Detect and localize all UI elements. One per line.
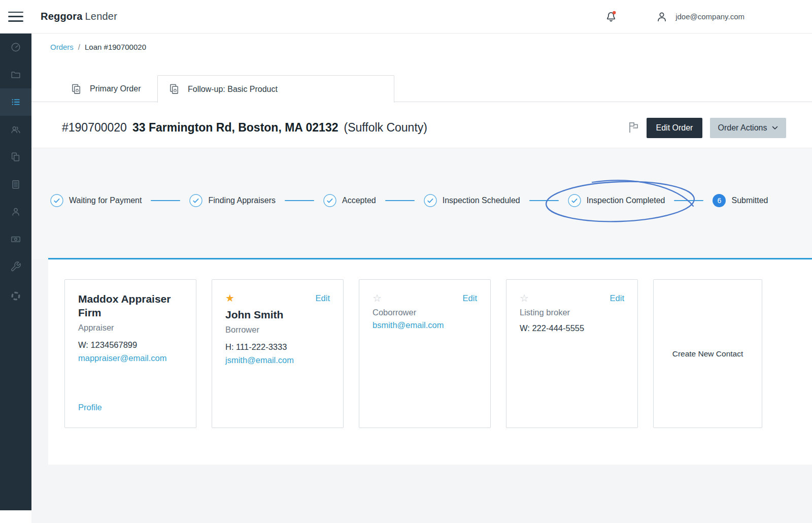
sidebar-item-settings[interactable] xyxy=(0,253,31,280)
contact-role: Borrower xyxy=(225,325,330,335)
sidebar-footer xyxy=(0,510,31,523)
step-number-badge: 6 xyxy=(713,194,726,207)
sidebar-item-dashboard[interactable] xyxy=(0,34,31,61)
contact-email-link[interactable]: mappraiser@email.com xyxy=(78,353,183,363)
contact-phone: W: 1234567899 xyxy=(78,340,183,350)
notifications-button[interactable] xyxy=(604,10,618,23)
contact-role: Listing broker xyxy=(520,308,624,317)
wrench-icon xyxy=(10,261,21,272)
create-new-contact-card[interactable]: Create New Contact xyxy=(653,279,762,428)
contact-phone: H: 111-222-3333 xyxy=(225,342,330,352)
brand-secondary: Lender xyxy=(85,11,117,22)
sidebar-item-users[interactable] xyxy=(0,198,31,225)
step-label: Inspection Scheduled xyxy=(443,196,520,205)
edit-contact-link[interactable]: Edit xyxy=(463,293,477,303)
users-icon xyxy=(10,124,21,135)
step-connector xyxy=(674,200,703,201)
sidebar-item-help[interactable] xyxy=(0,282,31,310)
hamburger-menu-icon[interactable] xyxy=(8,11,23,22)
user-menu[interactable]: jdoe@company.com xyxy=(655,10,745,23)
tab-label: Follow-up: Basic Product xyxy=(188,85,278,94)
tab-primary-order[interactable]: Primary Order xyxy=(71,76,157,102)
order-title: #190700020 33 Farmington Rd, Boston, MA … xyxy=(62,121,427,135)
step-label: Accepted xyxy=(342,196,376,205)
documents-icon xyxy=(10,151,21,162)
user-email: jdoe@company.com xyxy=(675,12,745,21)
tab-label: Primary Order xyxy=(90,84,141,93)
step-finding-appraisers: Finding Appraisers xyxy=(189,194,276,207)
flag-icon xyxy=(626,120,640,134)
contact-role: Coborrower xyxy=(373,308,477,317)
step-connector xyxy=(385,200,415,201)
contact-phone: W: 222-444-5555 xyxy=(520,323,624,333)
contact-card-coborrower: ☆ Edit Coborrower bsmith@email.com xyxy=(359,279,491,428)
sidebar-item-companies[interactable] xyxy=(0,171,31,198)
breadcrumb-current: Loan #190700020 xyxy=(85,43,146,51)
sidebar-item-payments[interactable] xyxy=(0,225,31,253)
sidebar-item-folders[interactable] xyxy=(0,61,31,88)
order-doc-icon xyxy=(71,83,83,95)
step-waiting-for-payment: Waiting for Payment xyxy=(50,194,142,207)
contact-name: John Smith xyxy=(225,308,330,321)
brand-primary: Reggora xyxy=(41,11,83,22)
contact-email-link[interactable]: bsmith@email.com xyxy=(373,320,477,330)
sidebar-item-documents[interactable] xyxy=(0,143,31,171)
contact-role: Appraiser xyxy=(78,323,183,333)
step-accepted: Accepted xyxy=(323,194,376,207)
unread-dot xyxy=(613,11,616,14)
order-doc-icon xyxy=(169,83,181,95)
step-inspection-completed: Inspection Completed xyxy=(568,194,665,207)
step-label: Finding Appraisers xyxy=(208,196,276,205)
edit-contact-link[interactable]: Edit xyxy=(610,293,624,303)
step-connector xyxy=(151,200,180,201)
tab-followup-basic-product[interactable]: Follow-up: Basic Product xyxy=(157,75,394,103)
edit-order-button[interactable]: Edit Order xyxy=(647,118,702,138)
flag-button[interactable] xyxy=(626,120,641,135)
status-section: Waiting for Payment Finding Appraisers A… xyxy=(31,148,812,259)
chevron-down-icon xyxy=(772,126,778,130)
order-list-icon xyxy=(10,96,21,108)
create-new-contact-label: Create New Contact xyxy=(672,349,743,358)
sidebar-item-appraisers[interactable] xyxy=(0,116,31,143)
step-label: Inspection Completed xyxy=(587,196,665,205)
check-circle-icon xyxy=(50,194,63,207)
sidebar-nav xyxy=(0,34,31,510)
check-circle-icon xyxy=(189,194,202,207)
order-number: #190700020 xyxy=(62,121,127,135)
page-top-region: Orders / Loan #190700020 Primary Order F… xyxy=(31,34,812,148)
building-icon xyxy=(10,179,21,190)
contact-card-appraiser: Maddox Appraiser Firm Appraiser W: 12345… xyxy=(64,279,196,428)
check-circle-icon xyxy=(424,194,437,207)
person-icon xyxy=(10,206,21,217)
contacts-panel: Maddox Appraiser Firm Appraiser W: 12345… xyxy=(48,258,812,465)
edit-contact-link[interactable]: Edit xyxy=(316,293,330,303)
profile-link[interactable]: Profile xyxy=(78,403,102,412)
order-status-stepper: Waiting for Payment Finding Appraisers A… xyxy=(50,194,768,207)
bell-icon xyxy=(604,10,618,23)
contact-name: Maddox Appraiser Firm xyxy=(78,292,183,319)
app-header: ReggoraLender jdoe@company.com xyxy=(0,0,812,34)
sidebar-item-orders[interactable] xyxy=(0,88,31,116)
step-label: Waiting for Payment xyxy=(69,196,142,205)
order-actions-label: Order Actions xyxy=(718,123,767,133)
star-outline-icon[interactable]: ☆ xyxy=(520,293,529,303)
check-circle-icon xyxy=(323,194,336,207)
user-avatar-icon xyxy=(655,10,668,23)
star-filled-icon[interactable]: ★ xyxy=(225,293,234,303)
check-circle-icon xyxy=(568,194,581,207)
star-outline-icon[interactable]: ☆ xyxy=(373,293,382,303)
step-label: Submitted xyxy=(731,196,768,205)
breadcrumb: Orders / Loan #190700020 xyxy=(50,43,146,51)
contact-card-borrower: ★ Edit John Smith Borrower H: 111-222-33… xyxy=(212,279,344,428)
app-logo: ReggoraLender xyxy=(41,11,117,22)
folder-icon xyxy=(10,69,21,80)
life-ring-icon xyxy=(10,290,21,302)
step-connector xyxy=(285,200,314,201)
order-actions-button[interactable]: Order Actions xyxy=(710,118,786,138)
order-county: (Suffolk County) xyxy=(344,121,427,135)
step-inspection-scheduled: Inspection Scheduled xyxy=(424,194,520,207)
step-submitted: 6 Submitted xyxy=(713,194,768,207)
breadcrumb-orders-link[interactable]: Orders xyxy=(50,43,74,51)
gauge-icon xyxy=(10,42,21,53)
contact-email-link[interactable]: jsmith@email.com xyxy=(225,355,330,365)
